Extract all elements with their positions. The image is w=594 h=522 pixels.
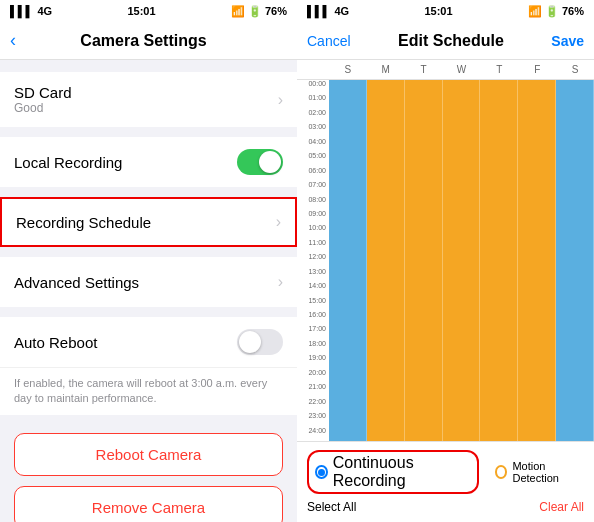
continuous-recording-option[interactable]: Continuous Recording <box>307 450 479 494</box>
right-signal-icon: ▌▌▌ <box>307 5 330 17</box>
grid-columns <box>329 80 594 441</box>
left-time: 15:01 <box>127 5 155 17</box>
day-header-3: W <box>443 60 481 79</box>
right-status-right: 📶 🔋 76% <box>528 5 584 18</box>
auto-reboot-label: Auto Reboot <box>14 334 237 351</box>
motion-detection-option[interactable]: Motion Detection <box>495 460 584 484</box>
recording-schedule-row[interactable]: Recording Schedule › <box>0 197 297 247</box>
left-status-left: ▌▌▌ 4G <box>10 5 52 17</box>
advanced-settings-section: Advanced Settings › <box>0 257 297 307</box>
day-column-2[interactable] <box>405 80 443 441</box>
time-label-8: 08:00 <box>297 196 329 210</box>
recording-schedule-chevron: › <box>276 213 281 231</box>
time-label-18: 18:00 <box>297 340 329 354</box>
save-button[interactable]: Save <box>551 33 584 49</box>
reboot-camera-button[interactable]: Reboot Camera <box>14 433 283 476</box>
page-title: Camera Settings <box>24 32 263 50</box>
time-label-5: 05:00 <box>297 152 329 166</box>
legend-area: Continuous Recording Motion Detection Se… <box>297 441 594 522</box>
motion-radio[interactable] <box>495 465 508 479</box>
wifi-icon: 📶 <box>231 5 245 18</box>
sd-card-value: Good <box>14 101 278 115</box>
day-headers-row: SMTWTFS <box>297 60 594 80</box>
time-label-23: 23:00 <box>297 412 329 426</box>
time-labels-column: 00:0001:0002:0003:0004:0005:0006:0007:00… <box>297 80 329 441</box>
time-label-9: 09:00 <box>297 210 329 224</box>
time-label-15: 15:00 <box>297 297 329 311</box>
signal-strength-icon: ▌▌▌ <box>10 5 33 17</box>
network-type: 4G <box>37 5 52 17</box>
right-network-type: 4G <box>334 5 349 17</box>
time-label-12: 12:00 <box>297 253 329 267</box>
select-row: Select All Clear All <box>307 500 584 514</box>
day-column-0[interactable] <box>329 80 367 441</box>
local-recording-row: Local Recording <box>0 137 297 187</box>
day-column-6[interactable] <box>556 80 594 441</box>
right-status-left: ▌▌▌ 4G <box>307 5 349 17</box>
auto-reboot-toggle-knob <box>239 331 261 353</box>
left-status-bar: ▌▌▌ 4G 15:01 📶 🔋 76% <box>0 0 297 22</box>
auto-reboot-toggle[interactable] <box>237 329 283 355</box>
back-button[interactable]: ‹ <box>10 30 16 51</box>
local-recording-toggle[interactable] <box>237 149 283 175</box>
motion-label: Motion Detection <box>512 460 584 484</box>
time-label-11: 11:00 <box>297 239 329 253</box>
day-header-1: M <box>367 60 405 79</box>
clear-all-button[interactable]: Clear All <box>539 500 584 514</box>
battery-icon: 🔋 <box>248 5 262 18</box>
time-label-3: 03:00 <box>297 123 329 137</box>
right-panel: ▌▌▌ 4G 15:01 📶 🔋 76% Cancel Edit Schedul… <box>297 0 594 522</box>
left-panel: ▌▌▌ 4G 15:01 📶 🔋 76% ‹ Camera Settings S… <box>0 0 297 522</box>
advanced-settings-label: Advanced Settings <box>14 274 278 291</box>
day-header-2: T <box>405 60 443 79</box>
time-label-14: 14:00 <box>297 282 329 296</box>
day-header-4: T <box>480 60 518 79</box>
right-page-title: Edit Schedule <box>398 32 504 50</box>
day-column-5[interactable] <box>518 80 556 441</box>
left-nav-bar: ‹ Camera Settings <box>0 22 297 60</box>
time-label-22: 22:00 <box>297 398 329 412</box>
time-label-2: 02:00 <box>297 109 329 123</box>
right-time: 15:01 <box>424 5 452 17</box>
sd-card-section: SD Card Good › <box>0 72 297 127</box>
battery-level: 76% <box>265 5 287 17</box>
time-label-21: 21:00 <box>297 383 329 397</box>
day-header-6: S <box>556 60 594 79</box>
time-label-24: 24:00 <box>297 427 329 441</box>
advanced-settings-row[interactable]: Advanced Settings › <box>0 257 297 307</box>
day-column-4[interactable] <box>480 80 518 441</box>
time-label-6: 06:00 <box>297 167 329 181</box>
button-section: Reboot Camera Remove Camera <box>0 425 297 522</box>
day-header-5: F <box>518 60 556 79</box>
settings-list: SD Card Good › Local Recording Recording… <box>0 60 297 522</box>
select-all-button[interactable]: Select All <box>307 500 356 514</box>
time-label-20: 20:00 <box>297 369 329 383</box>
cancel-button[interactable]: Cancel <box>307 33 351 49</box>
continuous-radio[interactable] <box>315 465 328 479</box>
local-recording-label: Local Recording <box>14 154 237 171</box>
time-label-13: 13:00 <box>297 268 329 282</box>
right-battery-icon: 🔋 <box>545 5 559 18</box>
local-recording-section: Local Recording <box>0 137 297 187</box>
time-label-17: 17:00 <box>297 325 329 339</box>
auto-reboot-section: Auto Reboot If enabled, the camera will … <box>0 317 297 415</box>
continuous-label: Continuous Recording <box>333 454 471 490</box>
auto-reboot-row: Auto Reboot <box>0 317 297 368</box>
sd-card-chevron: › <box>278 91 283 109</box>
time-label-0: 00:00 <box>297 80 329 94</box>
left-status-right: 📶 🔋 76% <box>231 5 287 18</box>
remove-camera-button[interactable]: Remove Camera <box>14 486 283 522</box>
schedule-container: SMTWTFS 00:0001:0002:0003:0004:0005:0006… <box>297 60 594 522</box>
sd-card-row[interactable]: SD Card Good › <box>0 72 297 127</box>
time-label-4: 04:00 <box>297 138 329 152</box>
day-column-1[interactable] <box>367 80 405 441</box>
sd-card-label: SD Card Good <box>14 84 278 115</box>
legend-row: Continuous Recording Motion Detection <box>307 450 584 494</box>
advanced-settings-chevron: › <box>278 273 283 291</box>
day-column-3[interactable] <box>443 80 481 441</box>
recording-schedule-section: Recording Schedule › <box>0 197 297 247</box>
recording-schedule-label: Recording Schedule <box>16 214 276 231</box>
time-label-7: 07:00 <box>297 181 329 195</box>
toggle-knob <box>259 151 281 173</box>
schedule-grid: 00:0001:0002:0003:0004:0005:0006:0007:00… <box>297 80 594 441</box>
